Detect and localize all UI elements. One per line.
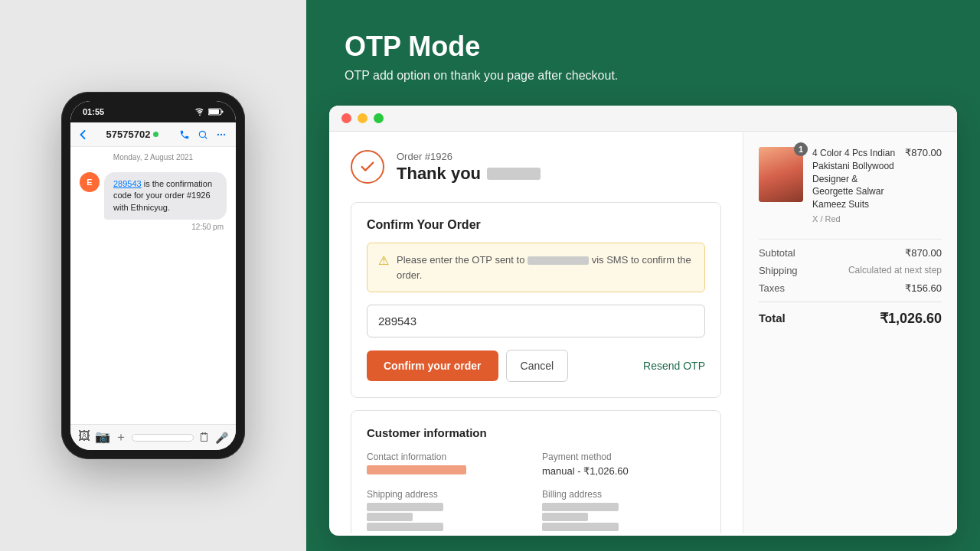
taxes-label: Taxes	[759, 282, 785, 294]
order-summary-sidebar: 1 4 Color 4 Pcs Indian Pakistani Bollywo…	[743, 132, 957, 533]
search-icon[interactable]	[198, 129, 208, 140]
call-icon[interactable]	[179, 129, 190, 140]
order-thankyou: Thank you	[397, 164, 541, 184]
total-row: Total ₹1,026.60	[759, 302, 942, 327]
sms-text-input[interactable]	[132, 434, 194, 442]
traffic-light-yellow[interactable]	[358, 113, 368, 123]
email-blurred	[367, 465, 466, 474]
phone-screen: 01:55	[70, 101, 236, 450]
product-price: ₹870.00	[905, 147, 942, 158]
page-header: OTP Mode OTP add option on thank you pag…	[306, 0, 980, 106]
confirm-actions: Confirm your order Cancel Resend OTP	[367, 350, 705, 382]
phone-status-icons	[194, 108, 224, 116]
billing-label: Billing address	[542, 489, 705, 500]
sms-contact-number: 57575702	[92, 129, 173, 140]
contact-label: Contact information	[367, 452, 530, 462]
billing-addr-line1	[542, 503, 619, 511]
page-title: OTP Mode	[345, 31, 942, 63]
order-check-icon	[351, 150, 384, 184]
taxes-value: ₹156.60	[905, 282, 942, 294]
product-name: 4 Color 4 Pcs Indian Pakistani Bollywood…	[812, 147, 896, 211]
order-header: Order #1926 Thank you	[351, 150, 721, 184]
left-panel: 01:55	[0, 0, 306, 551]
contact-info-section: Contact information	[367, 452, 530, 477]
otp-code-link: 289543	[113, 179, 142, 188]
otp-input-field[interactable]	[367, 305, 705, 337]
billing-addr-line2	[542, 513, 588, 521]
otp-alert: ⚠ Please enter the OTP sent to vis SMS t…	[367, 243, 705, 292]
resend-otp-button[interactable]: Resend OTP	[643, 360, 705, 372]
shipping-addr-city	[367, 523, 443, 531]
sms-action-icons	[179, 129, 227, 140]
sms-back-button[interactable]	[80, 130, 86, 139]
mic-icon[interactable]: 🎤	[215, 432, 228, 444]
summary-divider-1	[759, 239, 942, 240]
image-icon[interactable]: 🖼	[78, 429, 90, 445]
svg-point-3	[199, 131, 205, 137]
plus-icon[interactable]: ＋	[115, 429, 127, 445]
confirm-order-box: Confirm Your Order ⚠ Please enter the OT…	[351, 202, 721, 398]
product-item: 1 4 Color 4 Pcs Indian Pakistani Bollywo…	[759, 147, 942, 223]
product-qty-badge: 1	[794, 142, 808, 156]
product-details: 4 Color 4 Pcs Indian Pakistani Bollywood…	[812, 147, 896, 223]
sms-nav-bar: 57575702	[70, 122, 236, 147]
browser-window: Order #1926 Thank you Confirm Your Order…	[329, 106, 957, 536]
shipping-cost-label: Shipping	[759, 265, 798, 276]
back-chevron-icon	[80, 130, 86, 139]
total-value: ₹1,026.60	[880, 310, 942, 327]
subtotal-value: ₹870.00	[905, 247, 942, 259]
shipping-address-section: Shipping address	[367, 489, 530, 533]
svg-point-6	[220, 133, 222, 135]
payment-info-section: Payment method manual - ₹1,026.60	[542, 452, 705, 477]
customer-info-box: Customer information Contact information…	[351, 410, 721, 533]
phone-mockup: 01:55	[61, 92, 245, 459]
phone-status-bar: 01:55	[70, 101, 236, 122]
taxes-row: Taxes ₹156.60	[759, 282, 942, 294]
sms-message-item: E 289543 is the confirmation code for yo…	[80, 172, 227, 231]
sms-timestamp: 12:50 pm	[104, 223, 227, 231]
total-label: Total	[759, 311, 786, 324]
warning-icon: ⚠	[378, 253, 389, 268]
sms-bubble: 289543 is the confirmation code for your…	[104, 172, 227, 220]
otp-alert-text: Please enter the OTP sent to vis SMS to …	[397, 253, 694, 282]
more-options-icon[interactable]	[216, 129, 227, 140]
subtotal-label: Subtotal	[759, 247, 795, 259]
cancel-button[interactable]: Cancel	[506, 350, 569, 382]
traffic-light-red[interactable]	[341, 113, 351, 123]
svg-rect-2	[222, 111, 224, 113]
phone-time: 01:55	[83, 107, 104, 116]
sms-attachment-icons: 🖼 📷 ＋	[78, 429, 127, 445]
subtotal-row: Subtotal ₹870.00	[759, 247, 942, 259]
confirm-order-button[interactable]: Confirm your order	[367, 350, 498, 381]
checkout-main: Order #1926 Thank you Confirm Your Order…	[329, 132, 743, 533]
right-panel: OTP Mode OTP add option on thank you pag…	[306, 0, 980, 551]
sticker-icon[interactable]: 🗒	[198, 431, 211, 445]
browser-toolbar	[329, 106, 957, 132]
online-indicator	[153, 132, 158, 137]
customer-info-title: Customer information	[367, 426, 705, 439]
phone-blurred	[528, 256, 589, 265]
shipping-addr-line1	[367, 503, 443, 511]
page-subtitle: OTP add option on thank you page after c…	[345, 69, 942, 83]
confirm-box-title: Confirm Your Order	[367, 218, 705, 232]
camera-icon[interactable]: 📷	[95, 429, 110, 445]
svg-rect-1	[209, 109, 219, 114]
product-image-inner	[759, 147, 803, 202]
order-number: Order #1926	[397, 151, 541, 162]
sms-messages-list: E 289543 is the confirmation code for yo…	[70, 168, 236, 424]
battery-icon	[208, 108, 224, 116]
customer-name-blurred	[487, 168, 541, 180]
billing-address-section: Billing address	[542, 489, 705, 533]
product-image	[759, 147, 803, 202]
shipping-row: Shipping Calculated at next step	[759, 265, 942, 276]
payment-label: Payment method	[542, 452, 705, 462]
wifi-icon	[194, 108, 205, 116]
shipping-label: Shipping address	[367, 489, 530, 500]
shipping-addr-line2	[367, 513, 413, 521]
product-image-wrap: 1	[759, 147, 803, 202]
shipping-cost-value: Calculated at next step	[848, 265, 942, 276]
svg-point-7	[224, 133, 225, 135]
contact-email	[367, 465, 530, 477]
traffic-light-green[interactable]	[374, 113, 384, 123]
billing-addr-city	[542, 523, 619, 531]
